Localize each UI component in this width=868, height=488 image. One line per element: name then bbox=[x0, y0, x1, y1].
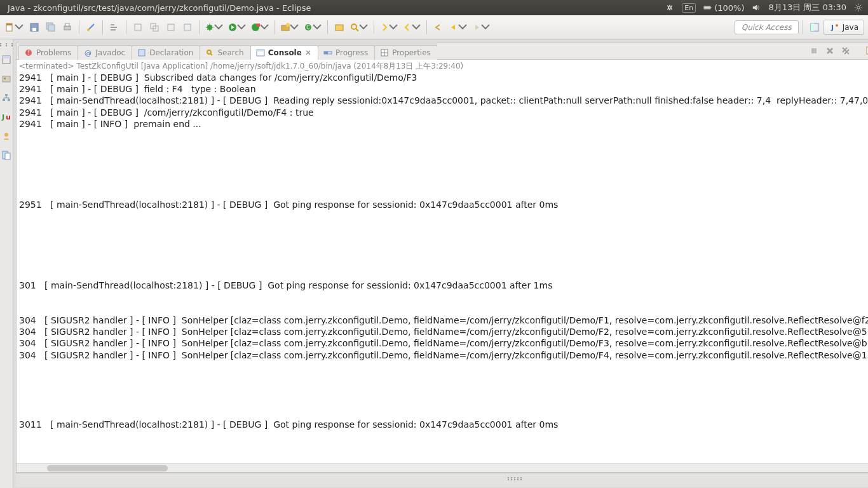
toggle-mark-button[interactable] bbox=[163, 20, 179, 35]
svg-rect-10 bbox=[64, 26, 71, 30]
system-tray: En (100%) 8月13日 周三 03:30 bbox=[665, 2, 863, 13]
new-class-button[interactable]: C bbox=[302, 20, 323, 35]
editor-area: !Problems @Javadoc Declaration Search Co… bbox=[13, 39, 868, 488]
volume-icon[interactable] bbox=[752, 3, 761, 12]
restore-view-button[interactable] bbox=[0, 53, 13, 66]
input-method-indicator[interactable]: En bbox=[682, 3, 696, 13]
clock[interactable]: 8月13日 周三 03:30 bbox=[768, 2, 846, 13]
annotation-prev-button[interactable] bbox=[378, 20, 400, 35]
tab-console[interactable]: Console✕ bbox=[250, 45, 318, 60]
svg-rect-50 bbox=[257, 50, 264, 51]
tab-search[interactable]: Search bbox=[200, 45, 250, 60]
tab-progress[interactable]: Progress bbox=[318, 45, 375, 60]
svg-rect-34 bbox=[3, 76, 10, 82]
remove-launch-button[interactable] bbox=[823, 44, 837, 58]
svg-text:@: @ bbox=[85, 49, 92, 57]
svg-rect-54 bbox=[811, 48, 817, 53]
last-edit-button[interactable] bbox=[431, 20, 446, 35]
junit-icon[interactable]: Ju bbox=[0, 111, 13, 123]
remove-all-button[interactable] bbox=[839, 44, 853, 58]
console-view: <terminated> TestZkConfigUtil [Java Appl… bbox=[16, 60, 868, 473]
run-last-button[interactable] bbox=[249, 20, 271, 35]
svg-rect-9 bbox=[48, 25, 55, 31]
open-perspective-button[interactable] bbox=[807, 20, 822, 35]
svg-rect-2 bbox=[704, 6, 710, 9]
svg-point-27 bbox=[351, 24, 356, 29]
svg-rect-5 bbox=[6, 24, 12, 25]
back-button[interactable] bbox=[447, 20, 469, 35]
svg-rect-16 bbox=[168, 24, 174, 30]
forward-button[interactable] bbox=[470, 20, 492, 35]
svg-rect-33 bbox=[3, 56, 10, 58]
link-editor-button[interactable] bbox=[83, 20, 98, 35]
svg-rect-37 bbox=[3, 99, 5, 101]
navigator-icon[interactable] bbox=[0, 130, 13, 142]
svg-rect-26 bbox=[336, 25, 343, 30]
svg-text:J: J bbox=[1, 113, 4, 121]
hierarchy-icon[interactable] bbox=[0, 92, 13, 104]
svg-rect-1 bbox=[710, 7, 711, 8]
tab-problems[interactable]: !Problems bbox=[18, 45, 78, 60]
tab-properties[interactable]: Properties bbox=[374, 45, 438, 60]
save-all-button[interactable] bbox=[43, 20, 58, 35]
console-output[interactable]: 2941 [ main ] - [ DEBUG ] Subscribed dat… bbox=[17, 72, 868, 463]
tab-declaration[interactable]: Declaration bbox=[132, 45, 200, 60]
horizontal-scrollbar[interactable] bbox=[17, 463, 868, 472]
svg-rect-11 bbox=[65, 24, 69, 26]
terminate-button[interactable] bbox=[807, 44, 821, 58]
gear-icon[interactable] bbox=[854, 3, 863, 12]
window-title: Java - zkconfigutil/src/test/java/com/je… bbox=[5, 3, 665, 13]
svg-text:C: C bbox=[306, 25, 310, 30]
new-button[interactable] bbox=[4, 20, 25, 35]
quick-access-input[interactable]: Quick Access bbox=[735, 20, 799, 34]
svg-point-41 bbox=[4, 133, 8, 137]
svg-point-31 bbox=[836, 24, 838, 27]
clear-console-button[interactable] bbox=[863, 44, 868, 58]
left-trim-stack: Ju bbox=[0, 39, 13, 488]
project-explorer-icon[interactable] bbox=[0, 149, 13, 161]
new-package-button[interactable] bbox=[279, 20, 301, 35]
tab-javadoc[interactable]: @Javadoc bbox=[78, 45, 132, 60]
save-button[interactable] bbox=[27, 20, 42, 35]
network-icon[interactable] bbox=[665, 3, 674, 12]
java-perspective-button[interactable]: JJava bbox=[824, 20, 864, 35]
main-toolbar: C Quick Access JJava bbox=[0, 15, 868, 39]
svg-rect-29 bbox=[811, 24, 814, 31]
annotation-next-button[interactable] bbox=[401, 20, 423, 35]
run-button[interactable] bbox=[226, 20, 248, 35]
clear-marks-button[interactable] bbox=[180, 20, 195, 35]
svg-rect-36 bbox=[5, 94, 8, 96]
svg-rect-17 bbox=[184, 24, 191, 30]
svg-rect-47 bbox=[139, 50, 145, 56]
search-button[interactable] bbox=[348, 20, 370, 35]
svg-point-12 bbox=[87, 29, 90, 31]
build-button[interactable] bbox=[130, 20, 146, 35]
close-icon[interactable]: ✕ bbox=[305, 48, 311, 57]
svg-point-3 bbox=[857, 6, 860, 9]
svg-text:u: u bbox=[6, 113, 11, 121]
view-tabbar: !Problems @Javadoc Declaration Search Co… bbox=[16, 42, 868, 60]
svg-rect-52 bbox=[324, 51, 328, 54]
toggle-breadcrumb-button[interactable] bbox=[107, 20, 122, 35]
system-topbar: Java - zkconfigutil/src/test/java/com/je… bbox=[0, 0, 868, 15]
console-process-header: <terminated> TestZkConfigUtil [Java Appl… bbox=[17, 60, 868, 72]
package-explorer-icon[interactable] bbox=[0, 72, 13, 85]
svg-rect-43 bbox=[5, 153, 10, 159]
svg-rect-7 bbox=[32, 28, 36, 31]
svg-text:J: J bbox=[831, 24, 834, 32]
build-all-button[interactable] bbox=[147, 20, 162, 35]
status-bar bbox=[16, 473, 868, 487]
view-toolbar: ⎙ bbox=[437, 42, 868, 60]
print-button[interactable] bbox=[60, 20, 75, 35]
svg-text:!: ! bbox=[27, 50, 29, 56]
debug-button[interactable] bbox=[203, 20, 225, 35]
battery-indicator[interactable]: (100%) bbox=[703, 3, 744, 13]
svg-rect-35 bbox=[4, 78, 6, 79]
svg-rect-13 bbox=[135, 24, 141, 30]
svg-rect-38 bbox=[8, 99, 10, 101]
svg-point-18 bbox=[207, 25, 212, 30]
open-type-button[interactable] bbox=[332, 20, 347, 35]
workbench: Ju !Problems @Javadoc Declaration Search… bbox=[0, 39, 868, 488]
